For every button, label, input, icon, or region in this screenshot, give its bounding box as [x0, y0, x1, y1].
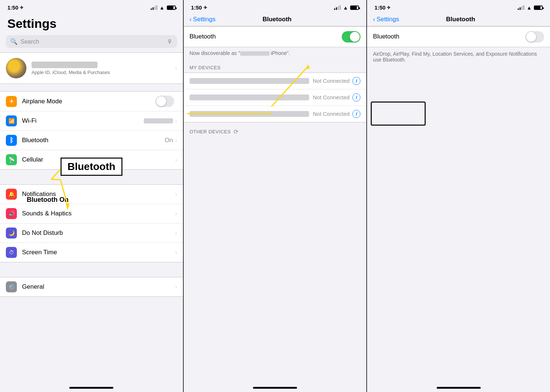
time-3: 1:50: [374, 4, 385, 11]
device-info-btn-3[interactable]: i: [352, 110, 360, 118]
back-chevron-2: ‹: [190, 16, 192, 23]
notif-chevron: ›: [175, 191, 177, 197]
discoverable-text: Now discoverable as " iPhone".: [184, 47, 367, 59]
page-title-3: Bluetooth: [399, 16, 522, 23]
screentime-chevron: ›: [175, 249, 177, 255]
signal-icon-1: [151, 5, 157, 10]
panel-settings: 1:50 ✈ ▲ Settings 🔍 Search 🎙: [0, 0, 184, 392]
bluetooth-chevron: ›: [175, 137, 177, 143]
settings-group-3: ⚙️ General ›: [0, 277, 183, 297]
home-indicator-2: [184, 385, 367, 392]
sidebar-item-wifi[interactable]: 📶 Wi-Fi ›: [0, 111, 183, 131]
profile-sub: Apple ID, iCloud, Media & Purchases: [32, 70, 170, 75]
back-button-3[interactable]: ‹ Settings: [373, 16, 399, 23]
cellular-icon: 📡: [6, 154, 17, 165]
search-placeholder: Search: [21, 38, 164, 45]
avatar: [6, 58, 26, 78]
profile-chevron: ›: [175, 65, 177, 71]
device-info-btn-1[interactable]: i: [352, 77, 360, 85]
search-icon: 🔍: [10, 38, 18, 45]
home-indicator-3: [367, 385, 550, 392]
signal-icon-2: [334, 5, 341, 10]
svg-line-0: [51, 169, 60, 180]
device-status-1: Not Connected: [313, 78, 349, 84]
my-devices-list: Not Connected i Not Connected i Not Conn…: [184, 73, 367, 122]
airplane-icon: ✈: [6, 96, 17, 107]
battery-icon-3: [534, 5, 543, 10]
table-row[interactable]: Not Connected i: [184, 106, 367, 122]
sounds-label: Sounds & Haptics: [22, 210, 175, 217]
general-icon: ⚙️: [6, 281, 17, 292]
spinner-icon: ⟳: [234, 128, 239, 135]
profile-info: Apple ID, iCloud, Media & Purchases: [32, 62, 170, 75]
back-label-2: Settings: [193, 16, 215, 23]
device-name-blurred-2: [190, 95, 309, 100]
cellular-chevron: ›: [175, 157, 177, 163]
bluetooth-toggle-row: Bluetooth: [184, 27, 367, 47]
nav-bar-3: ‹ Settings Bluetooth: [367, 13, 550, 26]
sounds-icon: 🔊: [6, 208, 17, 219]
time-2: 1:50: [191, 4, 202, 11]
bluetooth-off-row: Bluetooth: [367, 27, 550, 47]
sidebar-item-general[interactable]: ⚙️ General ›: [0, 277, 183, 296]
sidebar-item-airplane[interactable]: ✈ Airplane Mode: [0, 92, 183, 111]
wifi-chevron: ›: [175, 118, 177, 124]
general-chevron: ›: [175, 284, 177, 290]
bluetooth-annotation: Bluetooth: [60, 158, 122, 176]
device-status-2: Not Connected: [313, 94, 349, 100]
wifi-settings-icon: 📶: [6, 115, 17, 126]
nav-bar-2: ‹ Settings Bluetooth: [184, 13, 367, 26]
bluetooth-off-label: Bluetooth: [373, 33, 525, 40]
sidebar-item-screentime[interactable]: ⏱ Screen Time ›: [0, 243, 183, 262]
sidebar-item-sounds[interactable]: 🔊 Sounds & Haptics ›: [0, 204, 183, 223]
bluetooth-icon: ᛒ: [6, 135, 17, 146]
wifi-icon-2: ▲: [343, 5, 348, 11]
panel-bluetooth-off: 1:50 ✈ ▲ ‹ Settings Bluetooth Blueto: [367, 0, 550, 392]
dnd-label: Do Not Disturb: [22, 229, 175, 237]
wifi-label: Wi-Fi: [22, 117, 144, 125]
panel-bluetooth-on: 1:50 ✈ ▲ ‹ Settings Bluetooth Blueto: [184, 0, 367, 392]
device-status-3: Not Connected: [313, 111, 349, 117]
bluetooth-toggle-off[interactable]: [525, 31, 544, 42]
battery-icon-2: [350, 5, 359, 10]
table-row[interactable]: Not Connected i: [184, 89, 367, 106]
airplane-toggle[interactable]: [155, 96, 174, 107]
screentime-icon: ⏱: [6, 247, 17, 258]
search-bar[interactable]: 🔍 Search 🎙: [6, 35, 177, 48]
page-title-2: Bluetooth: [216, 16, 339, 23]
bluetooth-toggle-on[interactable]: [342, 31, 360, 42]
back-chevron-3: ‹: [373, 16, 375, 23]
time-1: 1:50: [7, 4, 18, 11]
bluetooth-toggle-section: Bluetooth: [184, 26, 367, 47]
notifications-icon: 🔔: [6, 189, 17, 200]
sidebar-item-dnd[interactable]: 🌙 Do Not Disturb ›: [0, 223, 183, 243]
battery-icon-1: [167, 5, 176, 10]
dnd-chevron: ›: [175, 230, 177, 236]
bluetooth-label: Bluetooth: [22, 137, 165, 144]
sidebar-item-bluetooth[interactable]: ᛒ Bluetooth On ›: [0, 131, 183, 150]
mic-icon: 🎙: [167, 38, 173, 45]
device-name-blurred-1: [190, 78, 309, 84]
table-row[interactable]: Not Connected i: [184, 73, 367, 89]
wifi-icon-3: ▲: [527, 5, 532, 11]
status-bar-2: 1:50 ✈ ▲: [184, 0, 367, 13]
signal-icon-3: [518, 5, 524, 10]
device-name-blurred-3: [190, 111, 309, 117]
airplane-label: Airplane Mode: [22, 98, 155, 105]
status-bar-1: 1:50 ✈ ▲: [0, 0, 183, 13]
status-bar-3: 1:50 ✈ ▲: [367, 0, 550, 13]
my-devices-header: MY DEVICES: [184, 59, 367, 73]
profile-row[interactable]: Apple ID, iCloud, Media & Purchases ›: [0, 52, 183, 84]
bluetooth-row-label: Bluetooth: [190, 33, 342, 40]
device-info-btn-2[interactable]: i: [352, 93, 360, 101]
general-label: General: [22, 283, 175, 291]
other-devices-header: OTHER DEVICES ⟳: [184, 122, 367, 137]
bluetooth-value: On: [165, 137, 173, 144]
back-button-2[interactable]: ‹ Settings: [190, 16, 216, 23]
bluetooth-on-label: Bluetooth On: [27, 196, 69, 204]
profile-name-blurred: [32, 62, 98, 68]
home-indicator-1: [0, 385, 183, 392]
screentime-label: Screen Time: [22, 249, 175, 256]
bluetooth-off-section: Bluetooth: [367, 26, 550, 47]
bluetooth-off-note: AirDrop, AirPlay, Find My, Location Serv…: [367, 47, 550, 66]
